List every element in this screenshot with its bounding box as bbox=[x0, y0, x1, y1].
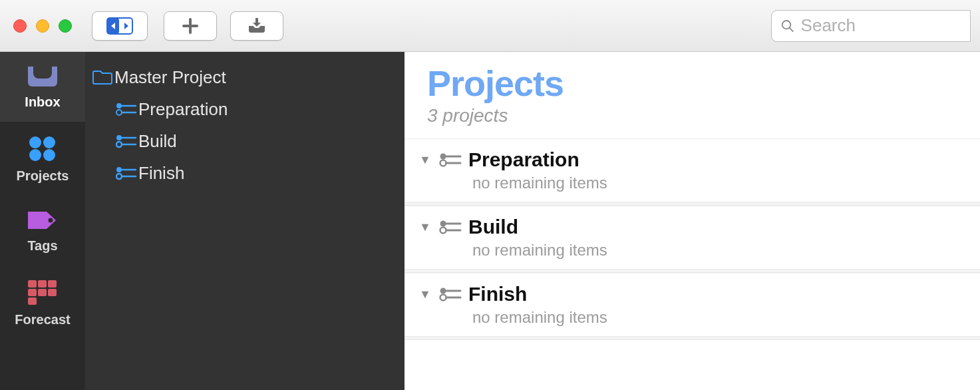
outline-project[interactable]: Build bbox=[85, 125, 405, 157]
outline-project-label: Build bbox=[138, 131, 177, 152]
tag-icon bbox=[25, 209, 60, 232]
content-area: Projects 3 projects ▼ Preparation no rem… bbox=[405, 52, 980, 390]
inbox-icon bbox=[27, 65, 59, 88]
page-subtitle: 3 projects bbox=[427, 105, 980, 126]
project-nodes-icon bbox=[439, 152, 462, 168]
disclosure-triangle-icon[interactable]: ▼ bbox=[418, 153, 432, 167]
outline-folder[interactable]: Master Project bbox=[85, 61, 405, 93]
perspective-rail: Inbox Projects Tags bbox=[0, 52, 85, 390]
toggle-sidebar-button[interactable] bbox=[92, 11, 148, 41]
svg-marker-3 bbox=[124, 23, 128, 29]
svg-rect-5 bbox=[182, 25, 198, 27]
project-row[interactable]: ▼ Build no remaining items bbox=[405, 206, 980, 269]
rail-item-forecast[interactable]: Forecast bbox=[0, 266, 85, 339]
projects-icon bbox=[27, 135, 59, 162]
plus-icon bbox=[182, 17, 199, 35]
add-button[interactable] bbox=[164, 11, 217, 41]
svg-point-39 bbox=[440, 228, 446, 234]
sidebar-toggle-icon bbox=[106, 17, 133, 35]
zoom-window-button[interactable] bbox=[59, 19, 72, 33]
project-status: no remaining items bbox=[472, 308, 980, 327]
forecast-icon bbox=[27, 279, 59, 305]
search-input[interactable] bbox=[801, 15, 961, 36]
folder-icon bbox=[90, 69, 114, 85]
svg-rect-17 bbox=[48, 280, 57, 288]
svg-point-42 bbox=[440, 288, 446, 294]
project-nodes-icon bbox=[114, 102, 138, 116]
inbox-arrow-icon bbox=[247, 17, 267, 35]
search-field[interactable] bbox=[771, 10, 971, 42]
project-row[interactable]: ▼ Preparation no remaining items bbox=[405, 138, 980, 202]
page-title: Projects bbox=[427, 63, 980, 104]
svg-rect-19 bbox=[38, 289, 47, 296]
outline-folder-label: Master Project bbox=[114, 67, 226, 88]
rail-item-projects[interactable]: Projects bbox=[0, 122, 85, 196]
project-nodes-icon bbox=[439, 286, 462, 302]
svg-point-11 bbox=[43, 136, 55, 148]
project-status: no remaining items bbox=[472, 174, 980, 192]
svg-point-38 bbox=[440, 221, 446, 227]
project-name: Finish bbox=[468, 283, 527, 305]
rail-item-label: Forecast bbox=[15, 312, 70, 327]
project-name: Preparation bbox=[468, 148, 579, 171]
project-nodes-icon bbox=[439, 219, 462, 235]
minimize-window-button[interactable] bbox=[36, 19, 49, 33]
outline-project-label: Preparation bbox=[138, 99, 228, 120]
svg-marker-7 bbox=[253, 23, 261, 27]
search-icon bbox=[781, 19, 794, 33]
import-button[interactable] bbox=[230, 11, 283, 41]
project-nodes-icon bbox=[114, 134, 138, 148]
rail-item-label: Tags bbox=[27, 238, 57, 254]
outline-project[interactable]: Finish bbox=[85, 157, 405, 189]
content-header: Projects 3 projects bbox=[405, 52, 980, 138]
svg-rect-18 bbox=[28, 289, 37, 296]
project-row[interactable]: ▼ Finish no remaining items bbox=[405, 273, 980, 336]
rail-item-label: Inbox bbox=[25, 95, 60, 110]
rail-item-label: Projects bbox=[17, 168, 69, 184]
project-outline: Master Project Preparation Build Finish bbox=[85, 52, 405, 390]
project-name: Build bbox=[468, 216, 518, 238]
project-nodes-icon bbox=[114, 166, 138, 180]
svg-point-12 bbox=[29, 149, 41, 161]
svg-point-14 bbox=[49, 218, 53, 223]
row-separator bbox=[405, 336, 980, 340]
svg-rect-16 bbox=[38, 280, 47, 288]
close-window-button[interactable] bbox=[13, 19, 27, 33]
project-status: no remaining items bbox=[472, 241, 980, 260]
svg-line-9 bbox=[789, 27, 792, 31]
disclosure-triangle-icon[interactable]: ▼ bbox=[418, 288, 432, 301]
outline-project-label: Finish bbox=[138, 163, 184, 184]
window-controls bbox=[13, 19, 72, 33]
svg-point-10 bbox=[29, 136, 41, 148]
rail-item-tags[interactable]: Tags bbox=[0, 196, 85, 266]
svg-point-13 bbox=[43, 149, 55, 161]
outline-project[interactable]: Preparation bbox=[85, 93, 405, 125]
main-area: Inbox Projects Tags bbox=[0, 52, 980, 390]
titlebar bbox=[0, 0, 980, 52]
disclosure-triangle-icon[interactable]: ▼ bbox=[418, 220, 432, 234]
svg-point-34 bbox=[440, 154, 446, 160]
svg-rect-15 bbox=[28, 280, 37, 288]
rail-item-inbox[interactable]: Inbox bbox=[0, 52, 85, 122]
svg-rect-21 bbox=[28, 297, 37, 305]
svg-point-35 bbox=[440, 160, 446, 166]
svg-rect-20 bbox=[48, 289, 57, 296]
svg-point-43 bbox=[440, 295, 446, 301]
